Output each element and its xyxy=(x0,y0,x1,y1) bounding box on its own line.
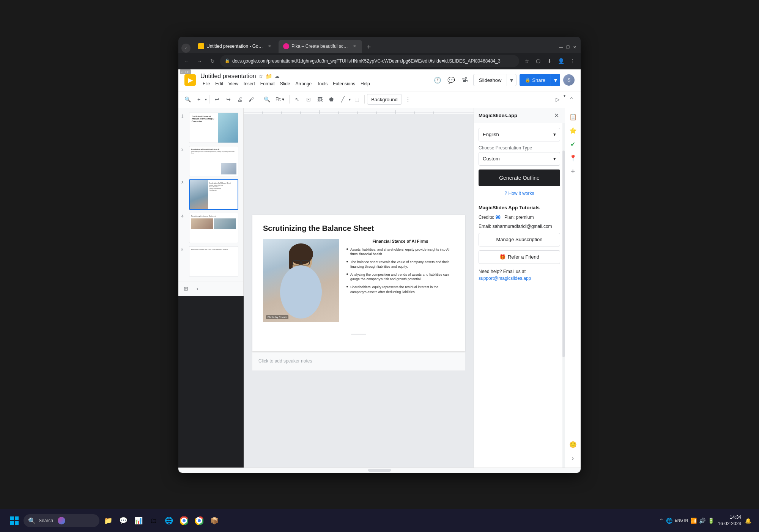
more-toolbar-button[interactable]: ⋮ xyxy=(403,94,413,105)
select-tool[interactable]: ↖ xyxy=(292,94,302,105)
zoom-out-button[interactable]: 🔍 xyxy=(261,94,272,105)
print-button[interactable]: 🖨 xyxy=(235,94,245,105)
right-sidebar-add-btn[interactable]: + xyxy=(567,166,579,178)
refer-friend-button[interactable]: 🎁 Refer a Friend xyxy=(479,250,560,264)
slide-item-4[interactable]: 4 Scrutinizing the Income Statement xyxy=(178,211,243,245)
how-it-works-link[interactable]: ? How it works xyxy=(479,191,560,196)
taskbar-clock[interactable]: 14:34 16-02-2024 xyxy=(718,514,741,527)
slideshow-dropdown[interactable]: ▾ xyxy=(507,74,516,86)
menu-view[interactable]: View xyxy=(226,80,241,87)
canvas-scroll[interactable]: Scrutinizing the Balance Sheet xyxy=(244,114,474,468)
notification-icon[interactable]: 🔔 xyxy=(745,518,751,524)
tab-pika-close[interactable]: ✕ xyxy=(351,43,357,49)
taskbar-chrome2[interactable] xyxy=(193,514,206,527)
star-icon[interactable]: ☆ xyxy=(258,73,263,79)
language-select[interactable]: English ▾ xyxy=(479,128,560,141)
minimize-button[interactable]: — xyxy=(558,44,564,50)
image-tool[interactable]: 🖼 xyxy=(315,94,325,105)
taskbar-edge[interactable]: 🌐 xyxy=(162,514,175,527)
right-sidebar-star-btn[interactable]: ⭐ xyxy=(567,125,579,137)
profile-button[interactable]: 👤 xyxy=(556,56,566,66)
forward-button[interactable]: → xyxy=(194,56,205,66)
maximize-button[interactable]: ❐ xyxy=(565,44,571,50)
magic-close-button[interactable]: ✕ xyxy=(553,111,560,119)
slide-item-3[interactable]: 3 Scrutinizing the Balance Sheet Financi… xyxy=(178,178,243,211)
line-tool[interactable]: ╱ xyxy=(337,94,348,105)
download-button[interactable]: ⬇ xyxy=(544,56,555,66)
pointer-btn[interactable]: ▷ xyxy=(552,94,563,105)
back-button[interactable]: ← xyxy=(181,56,192,66)
menu-file[interactable]: File xyxy=(200,80,212,87)
expand-btn[interactable]: ⌃ xyxy=(566,94,577,105)
text-box-tool[interactable]: ⊡ xyxy=(303,94,314,105)
insert-dropdown[interactable]: ▾ xyxy=(205,97,207,102)
line-dropdown[interactable]: ▾ xyxy=(349,97,351,102)
taskbar-search[interactable]: 🔍 Search xyxy=(24,514,99,527)
taskbar-chrome[interactable] xyxy=(178,514,191,527)
redo-button[interactable]: ↪ xyxy=(223,94,234,105)
reload-button[interactable]: ↻ xyxy=(207,56,218,66)
slide-canvas[interactable]: Scrutinizing the Balance Sheet xyxy=(252,215,465,352)
new-tab-button[interactable]: + xyxy=(364,42,374,53)
tab-slides-close[interactable]: ✕ xyxy=(266,43,272,49)
h-scroll-thumb[interactable] xyxy=(368,469,391,472)
slide-item-1[interactable]: 1 The Role of Financial Analysis in Eval… xyxy=(178,111,243,144)
tab-pika[interactable]: Pika – Create beautiful screens! ✕ xyxy=(279,40,362,53)
zoom-select[interactable]: Fit ▾ xyxy=(273,94,287,105)
menu-insert[interactable]: Insert xyxy=(241,80,257,87)
more-button[interactable]: ⋮ xyxy=(567,56,578,66)
history-button[interactable]: 🕐 xyxy=(432,75,443,85)
taskbar-teams[interactable]: 💬 xyxy=(117,514,130,527)
right-sidebar-check-btn[interactable]: ✔ xyxy=(567,138,579,151)
presentation-type-select[interactable]: Custom ▾ xyxy=(479,152,560,166)
slideshow-main-button[interactable]: Slideshow xyxy=(474,74,507,86)
right-sidebar-expand-btn[interactable]: › xyxy=(567,452,579,465)
generate-outline-button[interactable]: Generate Outline xyxy=(479,169,560,186)
extensions-button[interactable]: ⬡ xyxy=(533,56,543,66)
right-sidebar-emoji-btn[interactable]: 🙂 xyxy=(567,439,579,451)
background-button[interactable]: Background xyxy=(367,94,402,105)
menu-edit[interactable]: Edit xyxy=(213,80,225,87)
close-button[interactable]: ✕ xyxy=(572,44,578,50)
pointer-dropdown[interactable]: ▾ xyxy=(564,94,565,105)
comment-button[interactable]: 💬 xyxy=(446,75,457,85)
menu-format[interactable]: Format xyxy=(258,80,277,87)
support-email-link[interactable]: support@magicslides.app xyxy=(479,276,531,281)
wifi-icon[interactable]: 📶 xyxy=(690,518,697,524)
collapse-panel-button[interactable]: ‹ xyxy=(193,284,202,293)
cloud-icon[interactable]: ☁ xyxy=(274,73,280,79)
menu-tools[interactable]: Tools xyxy=(315,80,330,87)
taskbar-dropbox[interactable]: 📦 xyxy=(208,514,221,527)
speaker-notes[interactable]: Click to add speaker notes xyxy=(252,352,465,370)
comment-tool[interactable]: ⬚ xyxy=(351,94,362,105)
menu-arrange[interactable]: Arrange xyxy=(293,80,314,87)
menu-help[interactable]: Help xyxy=(358,80,372,87)
grid-view-button[interactable]: ⊞ xyxy=(181,284,191,293)
battery-icon[interactable]: 🔋 xyxy=(708,518,714,524)
bookmark-button[interactable]: ☆ xyxy=(521,56,532,66)
undo-button[interactable]: ↩ xyxy=(212,94,222,105)
present-button[interactable]: 📽 xyxy=(460,75,470,85)
volume-icon[interactable]: 🔊 xyxy=(699,518,705,524)
tab-back-btn[interactable]: ‹ xyxy=(181,44,191,53)
share-dropdown[interactable]: ▾ xyxy=(551,74,560,86)
tutorials-link[interactable]: MagicSlides App Tutorials xyxy=(479,205,540,210)
folder-icon[interactable]: 📁 xyxy=(266,73,272,79)
chevron-up-icon[interactable]: ⌃ xyxy=(659,518,664,524)
taskbar-files[interactable]: 📁 xyxy=(102,514,115,527)
menu-extensions[interactable]: Extensions xyxy=(331,80,357,87)
insert-button[interactable]: + xyxy=(194,94,204,105)
menu-slide[interactable]: Slide xyxy=(278,80,293,87)
paint-format-button[interactable]: 🖌 xyxy=(246,94,257,105)
share-main-button[interactable]: 🔒 Share xyxy=(520,74,551,86)
slide-item-5[interactable]: 5 Assessing Liquidity with Cash Flow Sta… xyxy=(178,245,243,278)
address-bar[interactable]: 🔒 docs.google.com/presentation/d/1dghrvg… xyxy=(220,55,519,67)
user-avatar[interactable]: S xyxy=(563,74,575,86)
network-icon[interactable]: 🌐 xyxy=(666,518,672,524)
zoom-search-button[interactable]: 🔍 xyxy=(182,94,193,105)
scrollbar-thumb[interactable] xyxy=(562,151,565,357)
shape-tool[interactable]: ⬟ xyxy=(326,94,337,105)
tab-slides[interactable]: Untitled presentation - Google ✕ xyxy=(194,40,277,53)
manage-subscription-button[interactable]: Manage Subscription xyxy=(479,233,560,246)
slide-item-2[interactable]: 2 Introduction to Financial Analysis in … xyxy=(178,144,243,178)
